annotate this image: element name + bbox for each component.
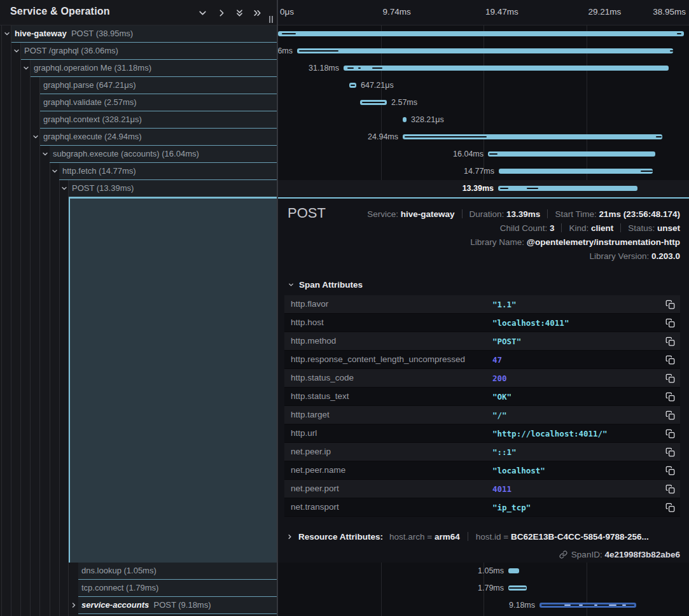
divider <box>468 532 468 541</box>
collapse-all-icon[interactable] <box>234 8 245 18</box>
chevron-down-icon[interactable] <box>3 30 11 38</box>
span-detail-meta: Service: hive-gatewayDuration: 13.39msSt… <box>367 207 680 263</box>
child-span-marker <box>351 85 355 86</box>
span-row[interactable]: POST /graphql (36.06ms) <box>0 43 277 60</box>
copy-icon[interactable] <box>665 410 675 420</box>
ruler-tick-label: 9.74ms <box>383 7 411 17</box>
span-row[interactable]: POST (13.39ms) <box>0 180 277 197</box>
copy-icon[interactable] <box>665 318 675 328</box>
duration-label: 328.21μs <box>411 115 444 124</box>
span-bar[interactable] <box>403 117 407 122</box>
span-row[interactable]: http.fetch (14.77ms) <box>0 163 277 180</box>
span-row-label: graphql.validate (2.57ms) <box>43 97 137 107</box>
copy-icon[interactable] <box>665 300 675 309</box>
duration-label: 2.57ms <box>391 98 417 107</box>
chevron-down-icon[interactable] <box>13 47 20 55</box>
chevron-right-icon[interactable] <box>70 601 78 609</box>
span-row-label: graphql.parse (647.21μs) <box>43 80 136 90</box>
operation-name: POST (38.95ms) <box>71 29 133 38</box>
span-row[interactable]: hive-gateway POST (38.95ms) <box>0 25 277 43</box>
attribute-value: "localhost:4011" <box>492 318 569 328</box>
attribute-key: http.flavor <box>291 299 328 309</box>
timeline-row: 13.39ms <box>278 180 689 197</box>
span-row[interactable]: subgraph.execute (accounts) (16.04ms) <box>0 146 277 163</box>
span-bar[interactable] <box>297 48 673 53</box>
child-span-marker <box>527 188 538 189</box>
attribute-key: net.peer.name <box>291 465 345 475</box>
span-meta-item: Service: hive-gateway <box>367 207 454 221</box>
resource-attributes-toggle[interactable]: Resource Attributes:host.arch = arm64hos… <box>286 532 649 542</box>
attribute-value: 4011 <box>492 484 512 494</box>
span-attributes-toggle[interactable]: Span Attributes <box>288 280 363 290</box>
divider <box>462 209 463 218</box>
child-span-marker <box>641 171 653 172</box>
operation-name: http.fetch (14.77ms) <box>62 166 136 176</box>
operation-name: POST (9.18ms) <box>153 600 211 610</box>
child-span-marker-light <box>579 605 583 606</box>
span-bar[interactable] <box>498 186 637 191</box>
chevron-down-icon[interactable] <box>41 150 49 158</box>
child-span-marker-light <box>594 605 597 606</box>
child-span-marker <box>677 33 681 34</box>
span-meta-item: Kind: client <box>569 221 613 235</box>
span-row[interactable]: graphql.operation Me (31.18ms) <box>0 60 277 77</box>
span-meta-item: Library Version: 0.203.0 <box>589 249 680 263</box>
span-tree-header: Service & Operation <box>0 0 277 25</box>
chevron-down-icon[interactable] <box>32 133 39 141</box>
duration-label: 14.77ms <box>464 167 494 176</box>
copy-icon[interactable] <box>665 484 675 494</box>
attribute-key: net.peer.ip <box>291 447 331 456</box>
child-span-marker <box>299 50 338 52</box>
chevron-down-icon[interactable] <box>51 167 59 175</box>
span-id-row: SpanID: 4e21998f3b82abe6 <box>559 550 680 559</box>
span-row[interactable]: graphql.context (328.21μs) <box>0 111 277 129</box>
resource-attributes-title: Resource Attributes: <box>298 532 383 542</box>
copy-icon[interactable] <box>665 429 675 438</box>
operation-name: POST (13.39ms) <box>72 183 134 193</box>
link-icon[interactable] <box>559 550 567 559</box>
trace-viewer: Service & Operation hive-gateway POST (3… <box>0 0 689 616</box>
span-row-label: POST /graphql (36.06ms) <box>24 46 118 55</box>
copy-icon[interactable] <box>665 503 675 512</box>
collapse-one-icon[interactable] <box>197 8 208 18</box>
chevron-down-icon[interactable] <box>22 64 30 72</box>
span-bar[interactable] <box>344 66 669 71</box>
span-bar[interactable] <box>508 568 519 573</box>
copy-icon[interactable] <box>665 374 675 383</box>
pane-resize-grip[interactable] <box>268 16 275 24</box>
copy-icon[interactable] <box>665 337 675 346</box>
attribute-row: net.peer.name"localhost" <box>284 461 680 480</box>
ruler-tick-label: 38.95ms <box>653 7 686 17</box>
span-row[interactable]: tcp.connect (1.79ms) <box>0 580 277 597</box>
pane-divider[interactable] <box>277 0 278 616</box>
span-bar[interactable] <box>499 169 653 174</box>
span-row[interactable]: dns.lookup (1.05ms) <box>0 563 277 580</box>
divider <box>547 209 548 218</box>
copy-icon[interactable] <box>665 447 675 457</box>
attribute-value: 200 <box>492 374 507 383</box>
operation-name: subgraph.execute (accounts) (16.04ms) <box>53 149 199 158</box>
copy-icon[interactable] <box>665 466 675 475</box>
child-span-marker-light <box>609 605 616 606</box>
span-row[interactable]: graphql.validate (2.57ms) <box>0 94 277 111</box>
copy-icon[interactable] <box>665 392 675 402</box>
span-row-label: dns.lookup (1.05ms) <box>81 566 157 575</box>
chevron-down-icon[interactable] <box>60 185 68 192</box>
attribute-key: http.method <box>291 336 336 346</box>
expand-all-icon[interactable] <box>252 8 263 18</box>
span-row-label: hive-gateway POST (38.95ms) <box>15 29 133 38</box>
duration-label: 13.39ms <box>463 184 494 193</box>
span-row[interactable]: graphql.parse (647.21μs) <box>0 77 277 94</box>
duration-label: 9.18ms <box>509 601 535 610</box>
span-row[interactable]: service-accounts POST (9.18ms) <box>0 597 277 614</box>
span-bar[interactable] <box>278 31 684 36</box>
attribute-key: http.status_text <box>291 391 349 401</box>
copy-icon[interactable] <box>665 355 675 365</box>
span-bar[interactable] <box>488 151 655 157</box>
span-row[interactable]: graphql.execute (24.94ms) <box>0 129 277 146</box>
span-meta-item: Library Name: @opentelemetry/instrumenta… <box>470 235 680 249</box>
expand-one-icon[interactable] <box>216 8 227 18</box>
chevron-right-icon <box>286 533 293 540</box>
attribute-row: http.status_code200 <box>284 369 680 388</box>
attribute-key: http.response_content_length_uncompresse… <box>291 354 465 364</box>
